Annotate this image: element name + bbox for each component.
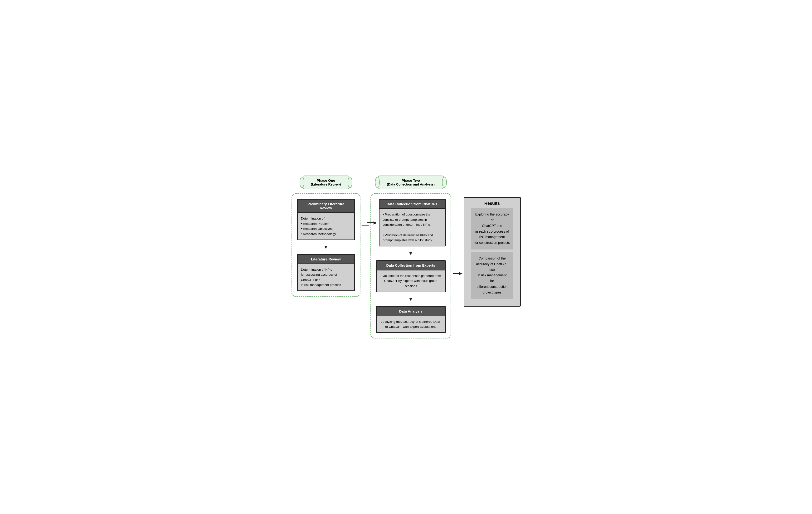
phase-two-dashed-box: ▶ Data Collection from ChatGPT • Prepara… — [371, 193, 451, 339]
dc-chatgpt-block: Data Collection from ChatGPT • Preparati… — [379, 199, 446, 247]
phase-one-dashed-box: Preliminary Literature Review Determinat… — [291, 193, 360, 296]
arrow-p1-to-chatgpt: ▶ — [367, 220, 377, 225]
results-title: Results — [464, 198, 520, 208]
phase-two-scroll-right — [442, 177, 447, 188]
dc-chatgpt-title: Data Collection from ChatGPT — [379, 200, 445, 209]
lit-review-block: Literature Review Determination of KPIs … — [297, 254, 355, 291]
arrow-right-chatgpt: ▶ — [374, 220, 377, 225]
prelim-bullet1: • Research Problem — [301, 222, 329, 226]
data-analysis-block: Data Analysis Analyzing the Accuracy of … — [376, 306, 446, 333]
phase-two-banner: Phase Two (Data Collection and Analysis) — [378, 175, 444, 189]
dc-experts-block: Data Collection from Experts Evaluation … — [376, 260, 446, 292]
scroll-left-decoration — [299, 177, 304, 188]
arrow-p1-down: ▼ — [297, 245, 355, 250]
dc-experts-content: Evaluation of the responses gathered fro… — [377, 270, 445, 292]
results-section: Results Exploring the accuracy of ChatGP… — [464, 197, 521, 306]
diagram: Phase One (Literature Review) Preliminar… — [289, 171, 523, 343]
prelim-bullet2: • Research Objectives — [301, 227, 332, 230]
data-analysis-content: Analyzing the Accuracy of Gathered Data … — [377, 316, 445, 332]
dc-chatgpt-content: • Preparation of questionnaire that cons… — [379, 209, 445, 246]
connector-p2-results: ▶ — [453, 175, 462, 276]
lit-review-title: Literature Review — [298, 255, 354, 264]
phase-two-scroll-left — [375, 177, 380, 188]
arrow-right-results: ▶ — [459, 271, 462, 276]
phase-one-title-line2: (Literature Review) — [310, 182, 342, 186]
dc-chatgpt-bullet1: • Preparation of questionnaire that cons… — [383, 212, 431, 226]
results-content1: Exploring the accuracy of ChatGPT use in… — [471, 208, 513, 250]
phase-one-section: Phase One (Literature Review) Preliminar… — [291, 175, 360, 296]
data-analysis-title: Data Analysis — [377, 307, 445, 316]
lit-review-content: Determination of KPIs for assessing accu… — [298, 264, 354, 290]
scroll-right-decoration — [348, 177, 352, 188]
arrow-p2-down1: ▼ — [376, 251, 446, 256]
phase-one-banner: Phase One (Literature Review) — [302, 175, 350, 189]
dc-chatgpt-bullet2: • Validation of determined KPIs and prom… — [383, 233, 433, 242]
phase-two-section: Phase Two (Data Collection and Analysis)… — [371, 175, 451, 339]
prelim-intro: Determination of — [301, 217, 324, 220]
prelim-lit-review-content: Determination of • Research Problem • Re… — [298, 213, 354, 239]
p2-chatgpt-row: ▶ Data Collection from ChatGPT • Prepara… — [376, 199, 446, 247]
arrow-p2-down2: ▼ — [376, 296, 446, 302]
results-content-wrapper: Exploring the accuracy of ChatGPT use in… — [464, 208, 520, 306]
phase-one-title-line1: Phase One — [310, 178, 342, 182]
results-content2: Comparison of the accuracy of ChatGPT us… — [471, 252, 513, 299]
dc-experts-title: Data Collection from Experts — [377, 261, 445, 270]
phase-two-title-line1: Phase Two — [385, 178, 437, 182]
prelim-lit-review-block: Preliminary Literature Review Determinat… — [297, 199, 355, 240]
prelim-bullet3: • Research Methodology — [301, 232, 336, 236]
results-outer-box: Results Exploring the accuracy of ChatGP… — [464, 197, 521, 306]
prelim-lit-review-title: Preliminary Literature Review — [298, 200, 354, 213]
phase-two-title-line2: (Data Collection and Analysis) — [385, 182, 437, 186]
connector-p1-p2 — [362, 175, 369, 226]
